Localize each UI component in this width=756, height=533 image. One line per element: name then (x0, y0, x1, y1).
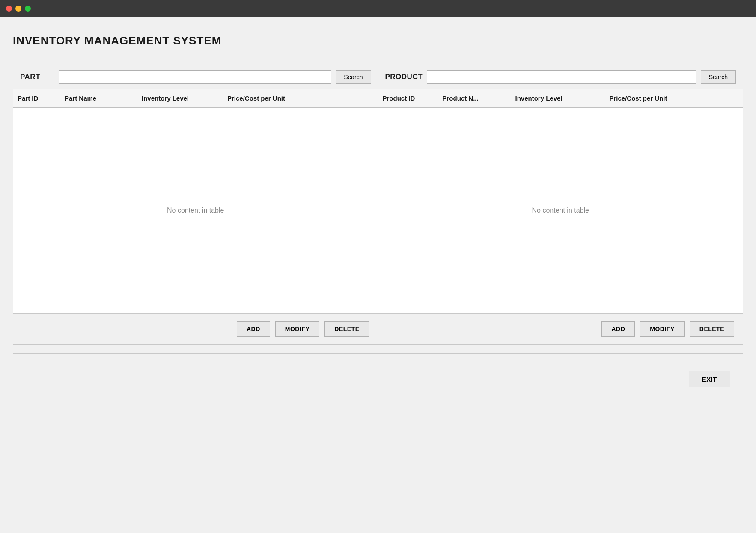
part-col-header-name: Part Name (60, 89, 137, 107)
maximize-button[interactable] (25, 6, 31, 12)
part-add-button[interactable]: ADD (237, 321, 270, 337)
footer: EXIT (13, 358, 743, 396)
product-modify-button[interactable]: MODIFY (640, 321, 684, 337)
product-col-header-name: Product N... (438, 89, 511, 107)
product-table-header: Product ID Product N... Inventory Level … (378, 89, 743, 108)
product-table-body: No content in table (378, 108, 743, 313)
main-content: INVENTORY MANAGEMENT SYSTEM PART Search … (0, 17, 756, 404)
product-search-button[interactable]: Search (701, 70, 736, 84)
part-table-body: No content in table (13, 108, 378, 313)
part-search-input[interactable] (59, 70, 331, 84)
part-table-header: Part ID Part Name Inventory Level Price/… (13, 89, 378, 108)
part-panel: PART Search Part ID Part Name Inventory … (13, 63, 378, 344)
minimize-button[interactable] (15, 6, 21, 12)
part-col-header-inventory: Inventory Level (137, 89, 223, 107)
part-delete-button[interactable]: DELETE (324, 321, 369, 337)
product-delete-button[interactable]: DELETE (690, 321, 734, 337)
titlebar (0, 0, 756, 17)
product-no-content: No content in table (532, 207, 589, 214)
product-col-header-inventory: Inventory Level (511, 89, 605, 107)
part-search-button[interactable]: Search (336, 70, 371, 84)
product-search-row: PRODUCT Search (378, 63, 743, 89)
product-panel-label: PRODUCT (385, 73, 423, 81)
product-add-button[interactable]: ADD (601, 321, 635, 337)
part-col-header-id: Part ID (13, 89, 60, 107)
app-title: INVENTORY MANAGEMENT SYSTEM (13, 34, 743, 47)
part-col-header-price: Price/Cost per Unit (223, 89, 378, 107)
part-modify-button[interactable]: MODIFY (275, 321, 319, 337)
product-search-input[interactable] (427, 70, 696, 84)
part-search-row: PART Search (13, 63, 378, 89)
product-action-buttons: ADD MODIFY DELETE (378, 313, 743, 344)
exit-button[interactable]: EXIT (689, 371, 730, 387)
part-panel-label: PART (20, 73, 54, 81)
close-button[interactable] (6, 6, 12, 12)
product-panel: PRODUCT Search Product ID Product N... I… (378, 63, 743, 344)
part-no-content: No content in table (167, 207, 224, 214)
part-action-buttons: ADD MODIFY DELETE (13, 313, 378, 344)
product-col-header-price: Price/Cost per Unit (605, 89, 743, 107)
product-col-header-id: Product ID (378, 89, 438, 107)
panels-wrapper: PART Search Part ID Part Name Inventory … (13, 63, 743, 345)
footer-divider (13, 353, 743, 354)
